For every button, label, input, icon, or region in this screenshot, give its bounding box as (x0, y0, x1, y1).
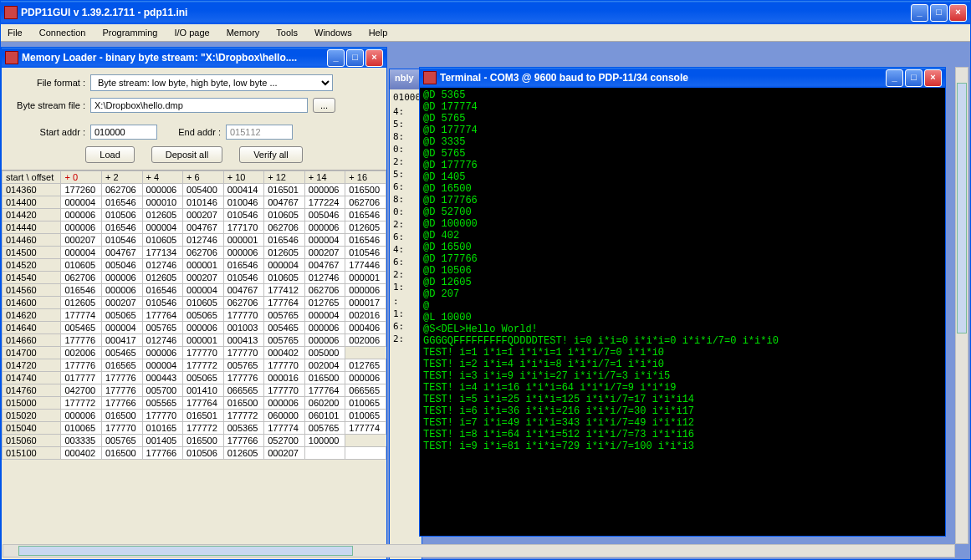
memory-cell[interactable]: 000001 (183, 259, 224, 272)
grid-header[interactable]: + 4 (142, 171, 183, 184)
start-addr-input[interactable] (90, 125, 157, 140)
maximize-button[interactable]: □ (930, 4, 948, 22)
memory-cell[interactable]: 000402 (264, 347, 305, 359)
memory-cell[interactable]: 005765 (304, 422, 345, 435)
memory-cell[interactable]: 010605 (264, 272, 305, 284)
memory-cell[interactable]: 000006 (101, 284, 142, 297)
terminal-titlebar[interactable]: Terminal - COM3 @ 9600 baud to PDP-11/34… (420, 68, 945, 88)
memory-cell[interactable]: 004767 (183, 221, 224, 234)
memory-cell[interactable]: 000413 (223, 334, 264, 347)
memory-grid-wrap[interactable]: start \ offset+ 0+ 2+ 4+ 6+ 10+ 12+ 14+ … (2, 170, 386, 559)
row-addr[interactable]: 014660 (3, 334, 61, 347)
memory-cell[interactable]: 010546 (142, 297, 183, 309)
memory-cell[interactable]: 066565 (223, 384, 264, 397)
memory-cell[interactable]: 177772 (183, 359, 224, 372)
memory-cell[interactable]: 012605 (142, 209, 183, 221)
memory-cell[interactable]: 016565 (101, 359, 142, 372)
memory-cell[interactable]: 012765 (345, 359, 386, 372)
memory-cell[interactable]: 005365 (223, 422, 264, 435)
memory-cell[interactable]: 000207 (183, 272, 224, 284)
memory-cell[interactable]: 012746 (142, 259, 183, 272)
minimize-button[interactable]: _ (911, 4, 928, 22)
memory-cell[interactable]: 062706 (101, 184, 142, 196)
memory-cell[interactable]: 004767 (304, 259, 345, 272)
memory-cell[interactable]: 177134 (142, 247, 183, 259)
row-addr[interactable]: 014640 (3, 322, 61, 334)
memory-cell[interactable]: 012605 (223, 447, 264, 460)
grid-header[interactable]: + 14 (304, 171, 345, 184)
memory-cell[interactable] (304, 447, 345, 460)
memory-cell[interactable]: 000006 (61, 209, 102, 221)
memory-cell[interactable]: 010146 (183, 196, 224, 209)
memory-cell[interactable]: 177764 (304, 384, 345, 397)
memory-cell[interactable]: 010605 (61, 259, 102, 272)
terminal-maximize-button[interactable]: □ (905, 69, 922, 87)
memory-cell[interactable]: 010065 (345, 397, 386, 410)
memory-cell[interactable]: 012765 (304, 297, 345, 309)
memory-cell[interactable]: 177764 (142, 309, 183, 322)
memory-cell[interactable]: 000004 (101, 322, 142, 334)
memory-cell[interactable]: 000004 (61, 196, 102, 209)
memory-cell[interactable]: 000207 (264, 447, 305, 460)
memory-cell[interactable]: 005465 (101, 347, 142, 359)
memory-cell[interactable]: 016501 (264, 184, 305, 196)
memory-cell[interactable]: 177774 (345, 422, 386, 435)
memory-cell[interactable]: 000004 (61, 247, 102, 259)
memory-cell[interactable]: 002006 (345, 334, 386, 347)
memory-cell[interactable]: 005765 (223, 359, 264, 372)
menu-programming[interactable]: Programming (99, 26, 161, 39)
load-button[interactable]: Load (85, 146, 134, 163)
loader-maximize-button[interactable]: □ (346, 49, 364, 67)
row-addr[interactable]: 014520 (3, 259, 61, 272)
memory-cell[interactable]: 012746 (142, 334, 183, 347)
memory-cell[interactable]: 177776 (101, 384, 142, 397)
memory-cell[interactable]: 005065 (183, 372, 224, 384)
memory-cell[interactable]: 001405 (142, 435, 183, 447)
memory-cell[interactable]: 000006 (142, 347, 183, 359)
memory-cell[interactable]: 062706 (223, 297, 264, 309)
memory-cell[interactable]: 177770 (183, 347, 224, 359)
memory-cell[interactable]: 016500 (223, 397, 264, 410)
memory-cell[interactable]: 000406 (345, 322, 386, 334)
memory-cell[interactable]: 177776 (61, 359, 102, 372)
grid-header[interactable]: + 12 (264, 171, 305, 184)
memory-cell[interactable]: 177170 (223, 221, 264, 234)
menu-help[interactable]: Help (365, 26, 391, 39)
memory-cell[interactable]: 016546 (142, 284, 183, 297)
memory-cell[interactable]: 062706 (264, 221, 305, 234)
verify-all-button[interactable]: Verify all (239, 146, 303, 163)
memory-cell[interactable]: 177772 (183, 422, 224, 435)
memory-cell[interactable]: 042700 (61, 384, 102, 397)
memory-cell[interactable]: 010546 (101, 234, 142, 247)
memory-cell[interactable]: 005065 (101, 309, 142, 322)
memory-cell[interactable]: 000017 (345, 297, 386, 309)
memory-cell[interactable]: 000207 (304, 247, 345, 259)
memory-cell[interactable]: 000417 (101, 334, 142, 347)
memory-cell[interactable]: 010046 (223, 196, 264, 209)
row-addr[interactable]: 014540 (3, 272, 61, 284)
memory-cell[interactable]: 000207 (61, 234, 102, 247)
memory-cell[interactable]: 010065 (61, 422, 102, 435)
loader-close-button[interactable]: × (365, 49, 383, 67)
deposit-all-button[interactable]: Deposit all (151, 146, 222, 163)
memory-cell[interactable]: 060200 (304, 397, 345, 410)
menu-io[interactable]: I/O page (171, 26, 212, 39)
memory-cell[interactable]: 177766 (223, 435, 264, 447)
memory-cell[interactable]: 177770 (101, 422, 142, 435)
memory-cell[interactable]: 010546 (223, 209, 264, 221)
memory-cell[interactable]: 060101 (304, 410, 345, 422)
memory-cell[interactable]: 016501 (183, 410, 224, 422)
row-addr[interactable]: 014360 (3, 184, 61, 196)
memory-cell[interactable]: 012746 (183, 234, 224, 247)
memory-cell[interactable]: 177774 (61, 309, 102, 322)
memory-cell[interactable]: 000001 (183, 334, 224, 347)
memory-cell[interactable]: 177260 (61, 184, 102, 196)
memory-cell[interactable]: 000006 (304, 334, 345, 347)
memory-cell[interactable]: 003335 (61, 435, 102, 447)
memory-cell[interactable]: 010605 (264, 209, 305, 221)
memory-cell[interactable]: 012605 (264, 247, 305, 259)
memory-cell[interactable]: 001003 (223, 322, 264, 334)
memory-cell[interactable]: 004767 (223, 284, 264, 297)
memory-cell[interactable]: 000402 (61, 447, 102, 460)
row-addr[interactable]: 014420 (3, 209, 61, 221)
